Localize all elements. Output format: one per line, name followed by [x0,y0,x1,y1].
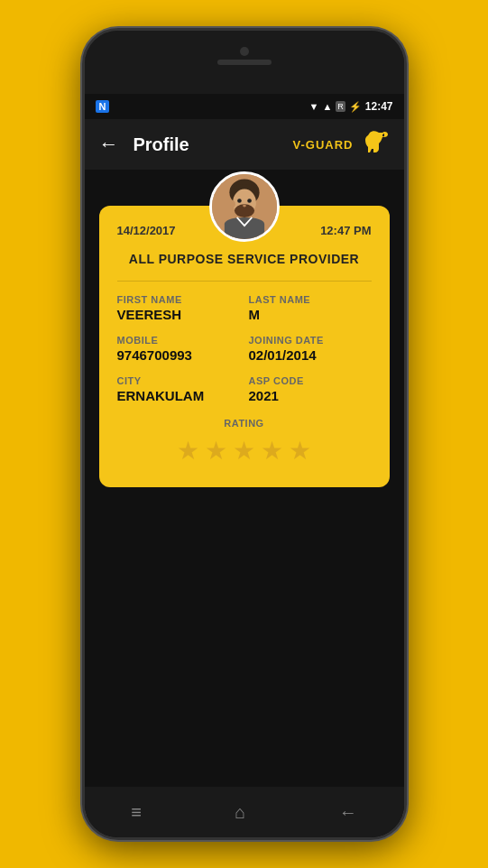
card-divider [117,281,372,282]
profile-card: 14/12/2017 12:47 PM ALL PURPOSE SERVICE … [99,206,390,487]
mobile-value: 9746700993 [117,347,240,363]
last-name-value: M [249,307,372,322]
phone-top [85,31,404,94]
avatar-image [212,174,277,239]
r-icon: R [336,101,345,112]
menu-nav-button[interactable]: ≡ [131,802,142,823]
speaker [217,60,272,65]
rating-label: RATING [224,418,263,429]
field-mobile: MOBILE 9746700993 [117,335,240,363]
vguard-logo: V-GUARD [293,129,390,160]
rating-section: RATING ★ ★ ★ ★ ★ [117,418,372,466]
vguard-kangaroo-icon [357,129,390,160]
svg-point-7 [230,201,235,208]
status-left: N [96,100,110,113]
main-content: 14/12/2017 12:47 PM ALL PURPOSE SERVICE … [85,170,404,787]
battery-icon: ⚡ [349,101,362,113]
volume-button [82,211,84,265]
joining-date-value: 02/01/2014 [249,347,372,363]
camera [240,47,249,56]
stars-row: ★ ★ ★ ★ ★ [177,436,311,466]
field-last-name: LAST NAME M [249,294,372,322]
last-name-label: LAST NAME [249,294,372,305]
first-name-label: FIRST NAME [117,294,240,305]
header-left: ← Profile [99,133,189,156]
power-button [405,193,407,265]
city-value: ERNAKULAM [117,388,240,403]
status-right: ▼ ▲ R ⚡ 12:47 [309,100,393,113]
star-1: ★ [177,436,199,466]
city-label: CITY [117,375,240,386]
bottom-nav: ≡ ⌂ ← [85,787,404,837]
phone-frame: N ▼ ▲ R ⚡ 12:47 ← Profile V-GUARD [82,28,407,840]
asp-code-label: ASP CODE [249,375,372,386]
vguard-text: V-GUARD [293,138,354,152]
star-3: ★ [233,436,255,466]
card-subtitle: ALL PURPOSE SERVICE PROVIDER [117,252,372,266]
svg-point-6 [243,205,246,208]
field-joining-date: JOINING DATE 02/01/2014 [249,335,372,363]
fields-grid: FIRST NAME VEERESH LAST NAME M MOBILE 97… [117,294,372,403]
app-header: ← Profile V-GUARD [85,119,404,170]
field-first-name: FIRST NAME VEERESH [117,294,240,322]
field-city: CITY ERNAKULAM [117,375,240,403]
phone-screen: N ▼ ▲ R ⚡ 12:47 ← Profile V-GUARD [85,94,404,837]
field-asp-code: ASP CODE 2021 [249,375,372,403]
avatar [209,171,280,242]
status-bar: N ▼ ▲ R ⚡ 12:47 [85,94,404,119]
mobile-label: MOBILE [117,335,240,346]
signal-icon: ▲ [322,101,332,112]
card-date: 14/12/2017 [117,224,176,237]
svg-point-5 [247,199,252,203]
svg-point-4 [237,199,242,203]
back-nav-button[interactable]: ← [339,802,357,823]
star-2: ★ [205,436,227,466]
carrier-icon: N [96,100,110,113]
first-name-value: VEERESH [117,307,240,322]
home-nav-button[interactable]: ⌂ [235,802,245,823]
card-time: 12:47 PM [320,224,371,237]
star-5: ★ [289,436,311,466]
joining-date-label: JOINING DATE [249,335,372,346]
star-4: ★ [261,436,283,466]
asp-code-value: 2021 [249,388,372,403]
wifi-icon: ▼ [309,101,319,112]
back-button[interactable]: ← [99,133,119,156]
status-time: 12:47 [365,100,393,113]
page-title: Profile [134,134,189,155]
